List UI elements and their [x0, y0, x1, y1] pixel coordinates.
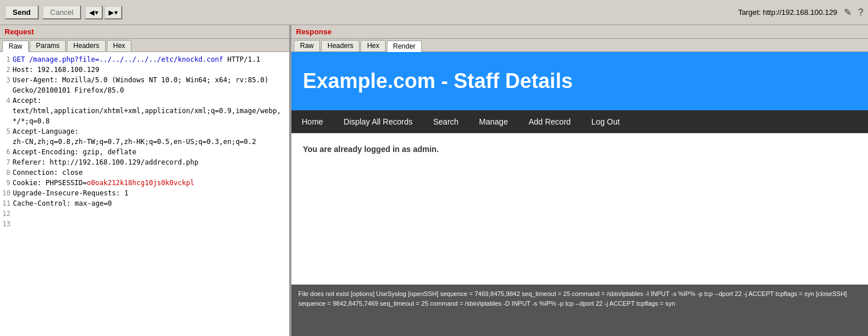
send-button[interactable]: Send — [5, 5, 39, 19]
line-number — [2, 137, 10, 147]
line-number: 5 — [2, 126, 10, 137]
help-icon[interactable]: ? — [858, 7, 863, 18]
rendered-body: You are already logged in as admin. — [291, 133, 868, 285]
request-line: 13 — [2, 219, 287, 229]
tab-hex-response[interactable]: Hex — [361, 40, 385, 51]
request-panel: Request Raw Params Headers Hex 1GET /man… — [0, 25, 291, 336]
request-line: 8Connection: close — [2, 167, 287, 178]
request-line: zh-CN,zh;q=0.8,zh-TW;q=0.7,zh-HK;q=0.5,e… — [2, 137, 287, 147]
line-number: 11 — [2, 198, 10, 209]
request-line: 12 — [2, 209, 287, 219]
line-content: Cache-Control: max-age=0 — [13, 198, 287, 209]
line-number: 6 — [2, 147, 10, 157]
back-button[interactable]: ◀ ▾ — [85, 6, 103, 19]
line-content: GET /manage.php?file=../../../../../etc/… — [13, 54, 287, 65]
forward-dropdown-icon: ▾ — [114, 9, 118, 17]
cancel-button[interactable]: Cancel — [42, 5, 81, 19]
line-number: 13 — [2, 219, 10, 229]
line-number: 2 — [2, 65, 10, 75]
line-number: 12 — [2, 209, 10, 219]
response-content: Example.com - Staff Details HomeDisplay … — [291, 52, 868, 336]
tab-headers-request[interactable]: Headers — [67, 40, 105, 51]
request-line: 5Accept-Language: — [2, 126, 287, 137]
request-line: */*;q=0.8 — [2, 116, 287, 126]
line-number: 10 — [2, 188, 10, 198]
rendered-nav: HomeDisplay All RecordsSearchManageAdd R… — [291, 110, 868, 133]
line-number: 7 — [2, 157, 10, 167]
rendered-page-header: Example.com - Staff Details — [291, 52, 868, 110]
line-number: 1 — [2, 54, 10, 65]
line-content: Gecko/20100101 Firefox/85.0 — [13, 85, 287, 95]
request-line: 4Accept: — [2, 95, 287, 106]
request-line: 2Host: 192.168.100.129 — [2, 65, 287, 75]
logged-in-message: You are already logged in as admin. — [303, 145, 857, 154]
request-line: 7Referer: http://192.168.100.129/addreco… — [2, 157, 287, 167]
line-number: 8 — [2, 167, 10, 178]
rendered-page-title: Example.com - Staff Details — [303, 69, 857, 93]
request-title: Request — [0, 25, 289, 39]
line-content: Host: 192.168.100.129 — [13, 65, 287, 75]
line-number: 3 — [2, 75, 10, 85]
edit-icon[interactable]: ✎ — [844, 7, 851, 18]
nav-buttons: ◀ ▾ ▶ ▾ — [85, 6, 122, 19]
nav-item-add-record[interactable]: Add Record — [518, 110, 581, 133]
line-content: Upgrade-Insecure-Requests: 1 — [13, 188, 287, 198]
request-line: 1GET /manage.php?file=../../../../../etc… — [2, 54, 287, 65]
request-line: 9Cookie: PHPSESSID=o0oak212k18hcg10js0k0… — [2, 178, 287, 188]
forward-button[interactable]: ▶ ▾ — [104, 6, 122, 19]
line-content: */*;q=0.8 — [13, 116, 287, 126]
request-tabs: Raw Params Headers Hex — [0, 39, 289, 52]
line-content: Cookie: PHPSESSID=o0oak212k18hcg10js0k0v… — [13, 178, 287, 188]
tab-headers-response[interactable]: Headers — [321, 40, 359, 51]
line-number — [2, 116, 10, 126]
line-content: User-Agent: Mozilla/5.0 (Windows NT 10.0… — [13, 75, 287, 85]
tab-render[interactable]: Render — [387, 41, 422, 52]
line-content: Accept-Language: — [13, 126, 287, 137]
toolbar: Send Cancel ◀ ▾ ▶ ▾ Target: http://192.1… — [0, 0, 868, 25]
target-label: Target: http://192.168.100.129 — [738, 8, 837, 17]
request-line: 3User-Agent: Mozilla/5.0 (Windows NT 10.… — [2, 75, 287, 85]
response-panel: Response Raw Headers Hex Render Example.… — [291, 25, 868, 336]
nav-item-search[interactable]: Search — [423, 110, 469, 133]
request-line: 10Upgrade-Insecure-Requests: 1 — [2, 188, 287, 198]
line-content: Referer: http://192.168.100.129/addrecor… — [13, 157, 287, 167]
response-title: Response — [291, 25, 868, 39]
request-line: 11Cache-Control: max-age=0 — [2, 198, 287, 209]
request-body[interactable]: 1GET /manage.php?file=../../../../../etc… — [0, 52, 289, 336]
nav-item-display-all-records[interactable]: Display All Records — [333, 110, 423, 133]
line-content — [13, 209, 287, 219]
response-tabs: Raw Headers Hex Render — [291, 39, 868, 52]
tab-params[interactable]: Params — [30, 40, 66, 51]
tab-raw-request[interactable]: Raw — [2, 41, 29, 52]
nav-item-manage[interactable]: Manage — [469, 110, 518, 133]
nav-item-home[interactable]: Home — [291, 110, 333, 133]
main-area: Request Raw Params Headers Hex 1GET /man… — [0, 25, 868, 336]
nav-item-log-out[interactable]: Log Out — [581, 110, 630, 133]
request-line: Gecko/20100101 Firefox/85.0 — [2, 85, 287, 95]
line-number — [2, 85, 10, 95]
line-content: text/html,application/xhtml+xml,applicat… — [13, 106, 287, 116]
line-content: zh-CN,zh;q=0.8,zh-TW;q=0.7,zh-HK;q=0.5,e… — [13, 137, 287, 147]
back-icon: ◀ — [89, 9, 94, 17]
tab-raw-response[interactable]: Raw — [294, 40, 320, 51]
line-content: Connection: close — [13, 167, 287, 178]
tab-hex-request[interactable]: Hex — [107, 40, 131, 51]
line-content: Accept-Encoding: gzip, deflate — [13, 147, 287, 157]
line-number — [2, 106, 10, 116]
line-content: Accept: — [13, 95, 287, 106]
line-number: 4 — [2, 95, 10, 106]
back-dropdown-icon: ▾ — [95, 9, 98, 17]
request-line: text/html,application/xhtml+xml,applicat… — [2, 106, 287, 116]
forward-icon: ▶ — [109, 9, 114, 17]
line-content — [13, 219, 287, 229]
info-bar-text: File does not exist [options] UseSyslog … — [291, 285, 868, 336]
request-line: 6Accept-Encoding: gzip, deflate — [2, 147, 287, 157]
line-number: 9 — [2, 178, 10, 188]
